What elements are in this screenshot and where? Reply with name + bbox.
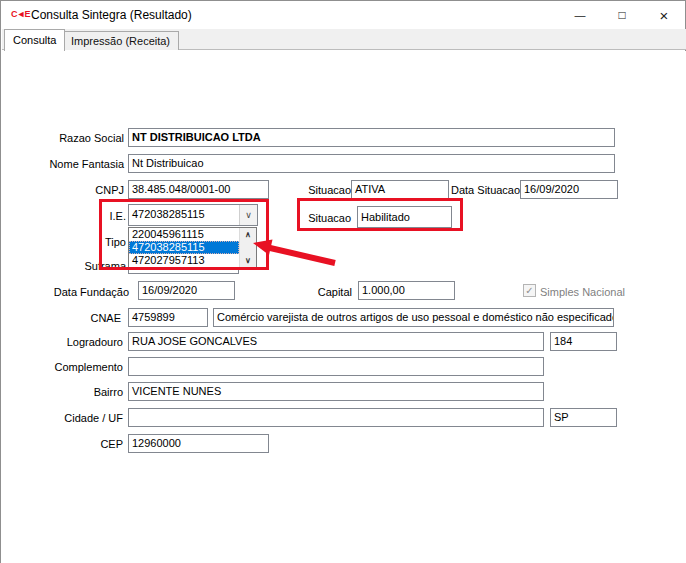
data-situacao-field[interactable]: 16/09/2020 [520, 180, 618, 199]
title-bar: C◄E Consulta Sintegra (Resultado) — □ × [1, 1, 685, 29]
tab-consulta[interactable]: Consulta [4, 29, 65, 51]
ie-option-3[interactable]: 472027957113 [129, 254, 239, 267]
scroll-down-icon: ∨ [245, 256, 251, 265]
capital-label: Capital [306, 286, 352, 298]
bairro-field[interactable]: VICENTE NUNES [128, 382, 544, 401]
ie-dropdown-list: 220045961115 472038285115 472027957113 ∧… [128, 227, 257, 268]
cep-label: CEP [31, 438, 123, 450]
cidade-uf-label: Cidade / UF [31, 412, 123, 424]
nome-fantasia-label: Nome Fantasia [31, 158, 124, 170]
maximize-button[interactable]: □ [601, 1, 643, 29]
ie-combobox-value: 472038285115 [132, 208, 205, 220]
situacao-ie-label: Situacao [305, 212, 351, 224]
tab-impressao-receita[interactable]: Impressão (Receita) [62, 31, 179, 50]
simples-nacional-label: Simples Nacional [540, 286, 630, 298]
cidade-field[interactable] [128, 408, 544, 427]
maximize-icon: □ [618, 8, 625, 22]
minimize-button[interactable]: — [559, 1, 601, 29]
situacao-ie-field[interactable]: Habilitado [357, 206, 452, 228]
cnpj-label: CNPJ [31, 184, 124, 196]
razao-social-field[interactable]: NT DISTRIBUICAO LTDA [128, 128, 615, 147]
suframa-label: Suframa [31, 260, 126, 272]
close-icon: × [660, 7, 669, 24]
nome-fantasia-field[interactable]: Nt Distribuicao [128, 154, 615, 173]
app-window: C◄E Consulta Sintegra (Resultado) — □ × … [0, 0, 686, 563]
close-button[interactable]: × [643, 1, 685, 29]
ie-combobox-dropdown-button[interactable]: ∨ [239, 205, 257, 225]
data-fundacao-label: Data Fundação [31, 286, 129, 298]
ie-option-2-selected[interactable]: 472038285115 [129, 241, 239, 254]
logradouro-label: Logradouro [31, 336, 123, 348]
chevron-down-icon: ∨ [245, 210, 252, 220]
uf-field[interactable]: SP [550, 408, 617, 427]
razao-social-label: Razao Social [31, 132, 124, 144]
cnae-code-field[interactable]: 4759899 [128, 308, 208, 327]
complemento-label: Complemento [31, 361, 123, 373]
data-fundacao-field[interactable]: 16/09/2020 [138, 281, 235, 300]
ie-option-1[interactable]: 220045961115 [129, 228, 239, 241]
data-situacao-label: Data Situacao [451, 184, 517, 196]
scroll-down-button[interactable]: ∨ [240, 254, 256, 267]
bairro-label: Bairro [31, 386, 123, 398]
situacao-cnpj-label: Situacao [291, 184, 351, 196]
app-logo-icon: C◄E [11, 9, 29, 19]
scroll-up-button[interactable]: ∧ [240, 228, 256, 241]
tipo-label: Tipo [31, 236, 126, 248]
logradouro-field[interactable]: RUA JOSE GONCALVES [128, 332, 544, 351]
ie-label: I.E. [31, 210, 126, 222]
simples-nacional-checkbox[interactable]: ✓ [523, 284, 536, 297]
situacao-cnpj-field[interactable]: ATIVA [351, 180, 449, 199]
dropdown-scrollbar[interactable]: ∧ ∨ [239, 228, 256, 267]
cep-field[interactable]: 12960000 [128, 434, 269, 453]
capital-field[interactable]: 1.000,00 [358, 281, 455, 300]
scroll-up-icon: ∧ [245, 230, 251, 239]
form-panel: Razao Social NT DISTRIBUICAO LTDA Nome F… [1, 51, 686, 563]
complemento-field[interactable] [128, 357, 544, 376]
window-title: Consulta Sintegra (Resultado) [31, 8, 192, 22]
cnae-label: CNAE [31, 312, 121, 324]
checkmark-icon: ✓ [525, 285, 533, 296]
tab-strip: Consulta Impressão (Receita) [2, 29, 686, 50]
minimize-icon: — [575, 9, 586, 21]
ie-combobox[interactable]: 472038285115 ∨ [128, 204, 258, 226]
numero-field[interactable]: 184 [550, 332, 617, 351]
cnpj-field[interactable]: 38.485.048/0001-00 [128, 180, 269, 199]
cnae-descricao-field[interactable]: Comércio varejista de outros artigos de … [213, 308, 614, 327]
